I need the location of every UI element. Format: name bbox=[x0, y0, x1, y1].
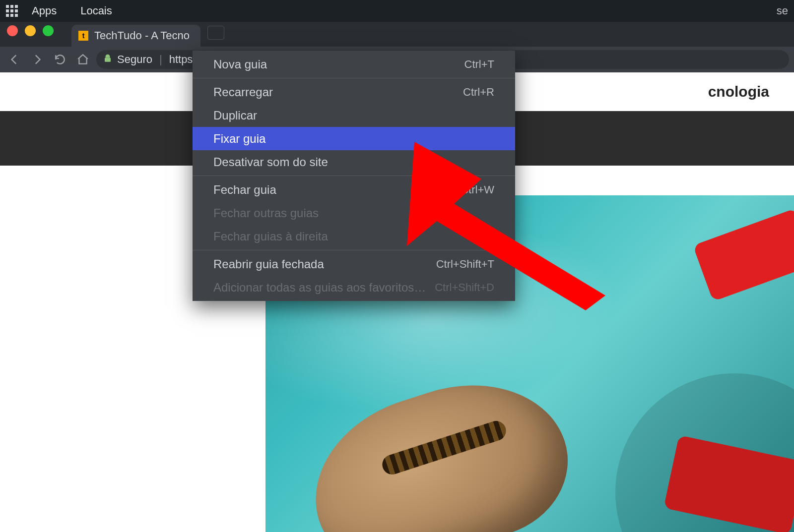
chrome-titlebar: t TechTudo - A Tecno bbox=[0, 22, 794, 47]
context-menu-item-label: Fechar guia bbox=[213, 183, 276, 197]
context-menu-item-shortcut: Ctrl+R bbox=[463, 86, 494, 99]
home-button[interactable] bbox=[73, 50, 92, 69]
context-menu-item[interactable]: Fechar guiaCtrl+W bbox=[193, 178, 515, 201]
context-menu-item-shortcut: Ctrl+Shift+T bbox=[436, 258, 494, 271]
new-tab-button[interactable] bbox=[207, 26, 224, 40]
context-menu-item-shortcut: Ctrl+Shift+D bbox=[435, 281, 494, 294]
window-controls bbox=[7, 22, 54, 47]
context-menu-item-label: Nova guia bbox=[213, 58, 267, 71]
context-menu-item[interactable]: Reabrir guia fechadaCtrl+Shift+T bbox=[193, 252, 515, 276]
context-menu-item-shortcut: Ctrl+T bbox=[464, 58, 495, 71]
context-menu-item: Fechar outras guias bbox=[193, 201, 515, 225]
hero-red-shape bbox=[663, 435, 794, 532]
tab-title: TechTudo - A Tecno bbox=[94, 29, 190, 42]
context-menu-item-shortcut: Ctrl+W bbox=[461, 183, 494, 196]
back-button[interactable] bbox=[5, 50, 24, 69]
context-menu-item[interactable]: RecarregarCtrl+R bbox=[193, 80, 515, 104]
url-text: https bbox=[169, 53, 193, 66]
browser-tab[interactable]: t TechTudo - A Tecno bbox=[71, 25, 200, 47]
site-title-fragment: cnologia bbox=[708, 83, 769, 100]
context-menu-item[interactable]: Fixar guia bbox=[193, 127, 515, 150]
apps-grid-icon[interactable] bbox=[6, 5, 18, 17]
hero-red-shape bbox=[693, 208, 794, 301]
reload-button[interactable] bbox=[51, 50, 69, 69]
forward-button[interactable] bbox=[28, 50, 47, 69]
gnome-places-menu[interactable]: Locais bbox=[80, 4, 112, 17]
gnome-top-bar: Apps Locais se bbox=[0, 0, 794, 22]
lock-icon bbox=[103, 53, 112, 66]
context-menu-separator bbox=[193, 250, 515, 250]
omnibox-separator: | bbox=[159, 53, 162, 66]
gnome-status-area[interactable]: se bbox=[777, 4, 788, 17]
context-menu-item: Fechar guias à direita bbox=[193, 225, 515, 248]
tab-favicon-icon: t bbox=[78, 31, 88, 41]
context-menu-separator bbox=[193, 176, 515, 176]
context-menu-item[interactable]: Nova guiaCtrl+T bbox=[193, 53, 515, 76]
context-menu-item[interactable]: Desativar som do site bbox=[193, 150, 515, 174]
context-menu-item-label: Recarregar bbox=[213, 85, 273, 99]
context-menu-item[interactable]: Duplicar bbox=[193, 104, 515, 127]
context-menu-item-label: Reabrir guia fechada bbox=[213, 257, 324, 271]
window-minimize-button[interactable] bbox=[25, 25, 36, 36]
tab-context-menu: Nova guiaCtrl+TRecarregarCtrl+RDuplicarF… bbox=[193, 51, 515, 301]
context-menu-item-label: Duplicar bbox=[213, 109, 257, 122]
svg-rect-0 bbox=[105, 58, 111, 62]
context-menu-item-label: Adicionar todas as guias aos favoritos… bbox=[213, 281, 426, 295]
context-menu-item-label: Desativar som do site bbox=[213, 155, 328, 169]
context-menu-item: Adicionar todas as guias aos favoritos…C… bbox=[193, 276, 515, 299]
context-menu-item-label: Fechar guias à direita bbox=[213, 230, 328, 243]
secure-label: Seguro bbox=[117, 53, 152, 66]
chrome-window: t TechTudo - A Tecno Seguro | https bbox=[0, 22, 794, 532]
context-menu-item-label: Fixar guia bbox=[213, 132, 265, 146]
gnome-apps-menu[interactable]: Apps bbox=[32, 4, 57, 17]
window-close-button[interactable] bbox=[7, 25, 18, 36]
context-menu-separator bbox=[193, 78, 515, 78]
context-menu-item-label: Fechar outras guias bbox=[213, 206, 319, 220]
window-maximize-button[interactable] bbox=[43, 25, 54, 36]
